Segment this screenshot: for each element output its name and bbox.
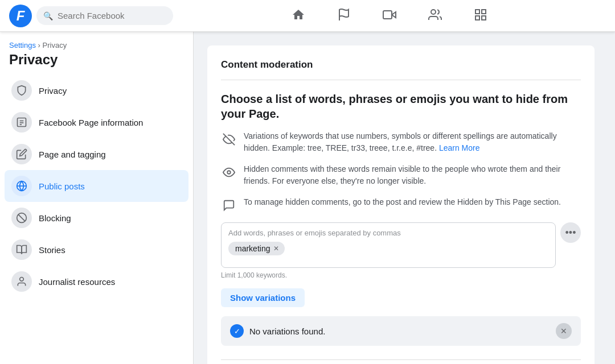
journalist-icon bbox=[11, 271, 32, 292]
breadcrumb-settings-link[interactable]: Settings bbox=[9, 41, 36, 49]
friends-icon bbox=[428, 8, 442, 22]
svg-rect-4 bbox=[475, 10, 479, 14]
sidebar-item-blocking-label: Blocking bbox=[39, 213, 71, 223]
blocking-icon bbox=[11, 208, 32, 228]
content-section: Content moderation Choose a list of word… bbox=[207, 46, 594, 364]
section-heading: Content moderation bbox=[221, 59, 581, 80]
sidebar-item-journalist[interactable]: Journalist resources bbox=[5, 266, 188, 297]
sidebar-item-fb-page-info-label: Facebook Page information bbox=[39, 118, 143, 127]
public-posts-icon bbox=[11, 176, 32, 196]
no-variations-box: ✓ No variations found. ✕ bbox=[221, 316, 581, 346]
sidebar-item-fb-page-info[interactable]: Facebook Page information bbox=[5, 106, 188, 138]
svg-marker-1 bbox=[392, 12, 396, 18]
sidebar-item-privacy-label: Privacy bbox=[39, 86, 67, 96]
search-bar[interactable]: 🔍 bbox=[36, 6, 173, 25]
keyword-tag-marketing: marketing ✕ bbox=[228, 242, 285, 255]
nav-icons-group bbox=[173, 2, 606, 30]
close-icon: ✕ bbox=[560, 326, 567, 336]
keyword-box[interactable]: Add words, phrases or emojis separated b… bbox=[221, 222, 556, 268]
grid-icon bbox=[474, 8, 487, 22]
info-row-manage: To manage hidden comments, go to the pos… bbox=[221, 196, 581, 213]
sidebar-item-journalist-label: Journalist resources bbox=[39, 277, 115, 287]
main-content: Content moderation Choose a list of word… bbox=[194, 32, 615, 364]
search-input[interactable] bbox=[58, 11, 166, 20]
content-footer: Cancel Save bbox=[221, 359, 581, 364]
no-variations-close-button[interactable]: ✕ bbox=[556, 323, 572, 339]
keyword-tag-label: marketing bbox=[235, 244, 270, 253]
info-row-hidden-comments: Hidden comments with these words remain … bbox=[221, 163, 581, 187]
svg-rect-6 bbox=[475, 16, 479, 20]
video-icon bbox=[383, 8, 396, 22]
more-dots-icon: ••• bbox=[565, 227, 576, 239]
sidebar-item-public-posts-label: Public posts bbox=[39, 181, 85, 191]
info-text-hidden-comments: Hidden comments with these words remain … bbox=[244, 163, 581, 187]
keyword-placeholder: Add words, phrases or emojis separated b… bbox=[228, 229, 548, 237]
info-text-variations: Variations of keywords that use numbers,… bbox=[244, 130, 581, 154]
breadcrumb: Settings › Privacy bbox=[5, 41, 188, 49]
page-tagging-icon bbox=[11, 144, 32, 164]
comment-icon bbox=[221, 197, 237, 213]
sidebar-item-public-posts[interactable]: Public posts bbox=[5, 170, 188, 202]
sidebar-item-page-tagging[interactable]: Page and tagging bbox=[5, 138, 188, 170]
flag-icon bbox=[337, 8, 351, 22]
sidebar-item-privacy[interactable]: Privacy bbox=[5, 75, 188, 106]
pages-nav-button[interactable] bbox=[321, 2, 367, 30]
home-icon bbox=[292, 8, 305, 22]
menu-nav-button[interactable] bbox=[458, 2, 503, 30]
svg-rect-2 bbox=[383, 11, 392, 19]
app-layout: Settings › Privacy Privacy Privacy Faceb… bbox=[0, 0, 615, 364]
home-nav-button[interactable] bbox=[276, 2, 321, 30]
eye-slash-icon bbox=[221, 131, 237, 147]
info-text-manage: To manage hidden comments, go to the pos… bbox=[244, 196, 561, 208]
stories-icon bbox=[11, 239, 32, 260]
check-circle-icon: ✓ bbox=[230, 324, 244, 338]
search-icon: 🔍 bbox=[43, 11, 53, 20]
keyword-tag-remove[interactable]: ✕ bbox=[273, 245, 279, 253]
sidebar-item-page-tagging-label: Page and tagging bbox=[39, 150, 106, 159]
moderation-title: Choose a list of words, phrases or emoji… bbox=[221, 92, 581, 121]
sidebar-page-title: Privacy bbox=[5, 52, 188, 68]
show-variations-button[interactable]: Show variations bbox=[221, 288, 305, 307]
privacy-icon bbox=[11, 80, 32, 101]
keyword-input-wrapper: Add words, phrases or emojis separated b… bbox=[221, 222, 581, 268]
keyword-limit-text: Limit 1,000 keywords. bbox=[221, 271, 581, 279]
svg-line-15 bbox=[18, 214, 25, 221]
info-row-variations: Variations of keywords that use numbers,… bbox=[221, 130, 581, 154]
learn-more-link[interactable]: Learn More bbox=[439, 143, 480, 152]
svg-point-3 bbox=[431, 10, 436, 14]
facebook-logo[interactable]: f bbox=[9, 5, 32, 27]
friends-nav-button[interactable] bbox=[412, 2, 458, 30]
sidebar-item-stories[interactable]: Stories bbox=[5, 234, 188, 266]
sidebar-item-stories-label: Stories bbox=[39, 245, 65, 255]
top-navigation: f 🔍 bbox=[0, 0, 615, 32]
no-variations-text: No variations found. bbox=[249, 326, 325, 336]
svg-rect-7 bbox=[482, 16, 486, 20]
breadcrumb-privacy: Privacy bbox=[43, 41, 67, 49]
watch-nav-button[interactable] bbox=[367, 2, 412, 30]
no-variations-left: ✓ No variations found. bbox=[230, 324, 325, 338]
eye-icon bbox=[221, 164, 237, 180]
fb-page-info-icon bbox=[11, 112, 32, 133]
sidebar-item-blocking[interactable]: Blocking bbox=[5, 202, 188, 234]
svg-point-18 bbox=[227, 171, 231, 174]
more-options-button[interactable]: ••• bbox=[560, 222, 581, 243]
svg-rect-5 bbox=[482, 10, 486, 14]
sidebar: Settings › Privacy Privacy Privacy Faceb… bbox=[0, 32, 194, 364]
svg-point-16 bbox=[20, 278, 24, 282]
